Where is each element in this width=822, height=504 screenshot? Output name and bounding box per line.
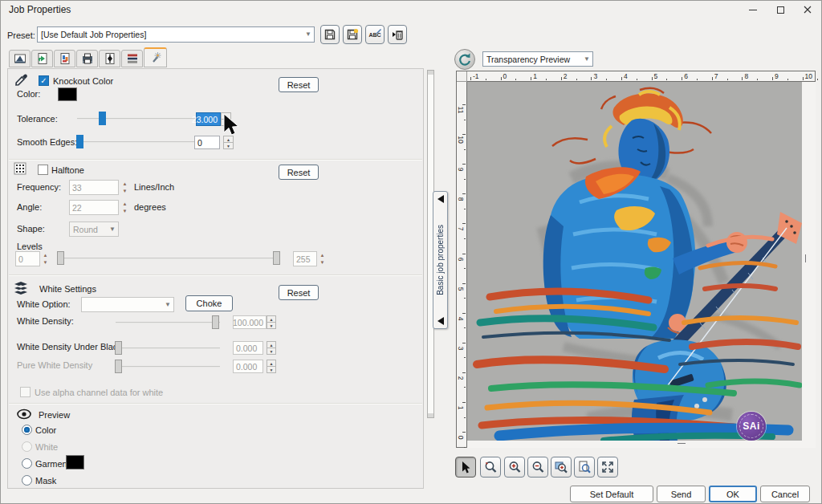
levels-max-input[interactable]: 255 bbox=[293, 251, 317, 266]
page-right-marker bbox=[805, 254, 806, 262]
knockout-title: Knockout Color bbox=[53, 76, 113, 86]
white-under-black-track[interactable] bbox=[116, 348, 220, 349]
smooth-edges-slider-handle[interactable] bbox=[76, 135, 83, 148]
frequency-spinner[interactable]: ▲▼ bbox=[120, 180, 129, 195]
tab-separations[interactable] bbox=[99, 50, 120, 67]
white-density-spinner[interactable]: ▲▼ bbox=[267, 315, 276, 329]
preview-color-label: Color bbox=[35, 425, 56, 435]
scrollbar-top-cap[interactable] bbox=[428, 71, 433, 75]
levels-min-spinner[interactable]: ▲▼ bbox=[41, 251, 50, 266]
zoom-tool-button[interactable] bbox=[480, 457, 501, 478]
preview-color-radio[interactable] bbox=[22, 425, 32, 435]
shape-dropdown[interactable]: Round▼ bbox=[69, 222, 119, 237]
levels-min-handle[interactable] bbox=[57, 251, 64, 265]
angle-spinner[interactable]: ▲▼ bbox=[120, 200, 129, 215]
select-tool-button[interactable] bbox=[455, 457, 476, 478]
tab-color-adjustments[interactable] bbox=[121, 50, 143, 67]
pure-white-density-label: Pure White Density bbox=[17, 360, 92, 370]
garment-color-swatch[interactable] bbox=[66, 455, 84, 469]
color-label: Color: bbox=[17, 89, 40, 99]
zoom-out-button[interactable] bbox=[527, 457, 548, 478]
tab-advanced-effects[interactable] bbox=[144, 47, 167, 67]
zoom-page-button[interactable] bbox=[574, 457, 595, 478]
knockout-color-checkbox[interactable]: ✓ bbox=[39, 75, 49, 86]
delete-preset-button[interactable] bbox=[388, 25, 407, 44]
choke-button[interactable]: Choke bbox=[185, 295, 233, 311]
tab-printer-options[interactable] bbox=[76, 50, 98, 67]
color-management-tab-icon bbox=[59, 52, 71, 65]
angle-input[interactable]: 22 bbox=[69, 200, 119, 215]
zoom-selected-button[interactable] bbox=[551, 457, 572, 478]
cancel-button[interactable]: Cancel bbox=[760, 486, 810, 502]
ruler-label: 6 bbox=[457, 254, 465, 264]
job-properties-dialog: Job Properties Preset: [Use Default Job … bbox=[0, 0, 822, 504]
preview-title: Preview bbox=[39, 410, 70, 420]
halftone-checkbox[interactable] bbox=[38, 165, 48, 175]
render-preview-button[interactable] bbox=[454, 49, 475, 70]
alpha-channel-checkbox[interactable] bbox=[20, 387, 31, 397]
white-density-input[interactable]: 100.000 bbox=[233, 315, 267, 329]
levels-slider-track[interactable] bbox=[57, 258, 280, 259]
tab-layout[interactable] bbox=[9, 50, 31, 67]
preset-dropdown[interactable]: [Use Default Job Properties] ▼ bbox=[37, 26, 315, 43]
white-option-dropdown[interactable]: ▼ bbox=[81, 297, 174, 312]
levels-max-spinner[interactable]: ▲▼ bbox=[318, 251, 327, 266]
levels-max-handle[interactable] bbox=[273, 251, 280, 265]
page-bottom-marker bbox=[678, 443, 686, 444]
spin-down-icon[interactable]: ▼ bbox=[223, 143, 234, 149]
preview-mask-radio[interactable] bbox=[22, 475, 32, 486]
levels-min-input[interactable]: 0 bbox=[15, 251, 40, 266]
ruler-label: 6 bbox=[684, 72, 688, 80]
white-under-black-spinner[interactable]: ▲▼ bbox=[267, 341, 276, 355]
pure-white-density-spinner[interactable]: ▲▼ bbox=[267, 360, 276, 373]
save-as-icon bbox=[346, 28, 359, 41]
save-preset-button[interactable] bbox=[320, 25, 340, 44]
frequency-label: Frequency: bbox=[17, 182, 61, 192]
basic-job-properties-tab[interactable]: Basic job properties bbox=[433, 191, 448, 329]
knockout-color-swatch[interactable] bbox=[58, 87, 77, 101]
send-button[interactable]: Send bbox=[657, 486, 706, 502]
tolerance-input[interactable]: 23.000 bbox=[196, 112, 221, 126]
h-ruler: -1012345678910 bbox=[467, 71, 815, 82]
knockout-reset-button[interactable]: Reset bbox=[279, 77, 319, 92]
preview-white-radio[interactable] bbox=[22, 441, 32, 452]
tab-workflow[interactable] bbox=[31, 50, 53, 67]
preview-mode-dropdown[interactable]: Transparency Preview▼ bbox=[482, 51, 593, 67]
ruler-label: 7 bbox=[457, 224, 465, 234]
ruler-label: 9 bbox=[457, 165, 465, 174]
close-button[interactable] bbox=[797, 1, 818, 18]
fit-window-button[interactable] bbox=[597, 457, 618, 478]
magic-wand-icon bbox=[149, 51, 162, 64]
smooth-edges-input[interactable]: 0 bbox=[194, 136, 220, 149]
pure-white-density-handle[interactable] bbox=[115, 360, 122, 373]
tolerance-slider-handle[interactable] bbox=[99, 112, 106, 125]
white-reset-button[interactable]: Reset bbox=[279, 285, 319, 300]
mouse-cursor bbox=[222, 113, 242, 139]
rename-preset-button[interactable]: ABC bbox=[365, 25, 385, 44]
white-density-handle[interactable] bbox=[212, 315, 219, 329]
set-default-button[interactable]: Set Default bbox=[570, 486, 653, 502]
ruler-label: 2 bbox=[564, 72, 568, 80]
ruler-label: 0 bbox=[503, 72, 507, 80]
white-density-track[interactable] bbox=[116, 322, 220, 323]
white-under-black-input[interactable]: 0.000 bbox=[233, 341, 263, 355]
v-ruler: 11109876543210 bbox=[457, 82, 467, 447]
minimize-button[interactable] bbox=[743, 1, 763, 18]
save-preset-as-button[interactable] bbox=[343, 25, 362, 44]
window-title: Job Properties bbox=[9, 4, 71, 15]
zoom-in-button[interactable] bbox=[504, 457, 525, 478]
tab-color-management[interactable] bbox=[54, 50, 75, 67]
ok-button[interactable]: OK bbox=[709, 486, 757, 502]
scrollbar-bottom-cap[interactable] bbox=[428, 413, 433, 417]
white-under-black-handle[interactable] bbox=[115, 341, 122, 355]
tolerance-slider-track[interactable] bbox=[77, 118, 197, 120]
smooth-edges-slider-track[interactable] bbox=[77, 141, 197, 143]
preview-garment-radio[interactable] bbox=[22, 458, 32, 469]
preview-canvas[interactable] bbox=[467, 82, 816, 448]
pure-white-density-track[interactable] bbox=[116, 366, 220, 368]
pure-white-density-input[interactable]: 0.000 bbox=[233, 360, 263, 373]
halftone-title: Halftone bbox=[51, 165, 84, 175]
maximize-button[interactable] bbox=[770, 1, 791, 18]
frequency-input[interactable]: 33 bbox=[69, 180, 119, 195]
halftone-reset-button[interactable]: Reset bbox=[279, 165, 319, 180]
